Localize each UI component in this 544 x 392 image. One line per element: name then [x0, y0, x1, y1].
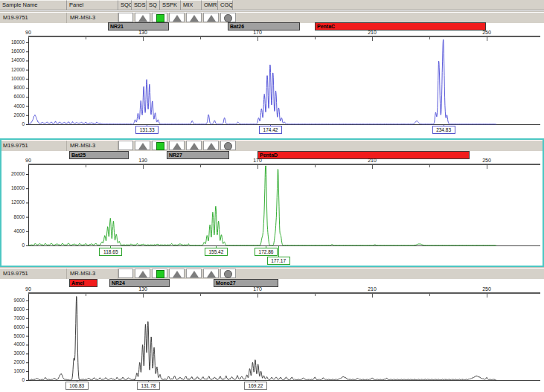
panel-divider	[0, 11, 544, 12]
mix-qc-cell[interactable]	[186, 269, 202, 278]
y-axis-tick-label: 5000	[0, 333, 25, 338]
sq-square-icon	[156, 142, 164, 150]
panel-name-cell: MR-MSI-3	[67, 269, 118, 279]
y-axis-tick-label: 7000	[0, 315, 25, 321]
mix-triangle-icon	[190, 143, 199, 150]
sample-row[interactable]: M19-9751MR-MSI-3	[0, 269, 544, 279]
ruler-number: 250	[478, 158, 496, 163]
sds-triangle-icon	[138, 143, 147, 150]
peak-size-label[interactable]: 106.83	[65, 382, 89, 390]
peak-size-label[interactable]: 174.42	[259, 126, 282, 134]
peak-size-label[interactable]: 172.86	[255, 248, 278, 256]
peak-size-label[interactable]: 155.42	[205, 248, 228, 256]
omr-qc-cell[interactable]	[203, 269, 219, 278]
ruler-number: 210	[363, 30, 381, 35]
ruler-number: 90	[19, 30, 37, 35]
y-axis-tick-label: 8000	[0, 85, 25, 90]
peak-size-label[interactable]: 131.78	[137, 382, 160, 390]
y-axis-tick-label: 18000	[0, 39, 25, 45]
sspk-triangle-icon	[173, 143, 182, 150]
sq-qc-cell[interactable]	[152, 141, 167, 150]
sample-name-cell: M19-9751	[0, 13, 67, 23]
ruler-axis-line	[28, 36, 540, 37]
y-axis-tick-label: 4000	[0, 103, 25, 109]
ruler-number: 210	[363, 158, 381, 163]
sample-name-cell: M19-9751	[0, 269, 67, 279]
sq-square-icon	[156, 14, 164, 22]
cgq-circle-icon	[224, 142, 232, 150]
y-axis-tick-label: 2000	[0, 112, 25, 118]
sample-row[interactable]: M19-9751MR-MSI-3	[0, 141, 544, 151]
sqo-empty-cell[interactable]	[118, 141, 133, 150]
ruler-number: 250	[478, 30, 496, 35]
y-axis-tick-label: 4000	[0, 228, 25, 234]
y-axis-tick-label: 10000	[0, 76, 25, 81]
sq-qc-cell[interactable]	[152, 13, 167, 22]
y-axis-tick-label: 6000	[0, 324, 25, 330]
sq-qc-cell[interactable]	[152, 269, 167, 278]
peak-size-label[interactable]: 177.17	[267, 257, 290, 265]
sample-name-cell: M19-9751	[0, 141, 67, 151]
sds-triangle-icon	[138, 15, 147, 22]
marker-bar-nr27[interactable]: NR27	[167, 151, 229, 159]
omr-qc-cell[interactable]	[203, 13, 219, 22]
peak-size-label[interactable]: 131.33	[135, 126, 159, 134]
electropherogram-panels: M19-9751MR-MSI-3NR21Bat26PentaC901301702…	[0, 0, 544, 392]
mix-qc-cell[interactable]	[186, 141, 202, 150]
peak-size-label[interactable]: 234.83	[432, 126, 455, 134]
sspk-qc-cell[interactable]	[169, 13, 185, 22]
omr-qc-cell[interactable]	[203, 141, 219, 150]
cgq-qc-cell[interactable]	[220, 141, 236, 150]
ruler-number: 130	[134, 30, 152, 35]
sqo-empty-cell[interactable]	[118, 13, 133, 22]
ruler-number: 250	[478, 286, 496, 292]
sds-qc-cell[interactable]	[135, 13, 150, 22]
ruler-number: 210	[363, 286, 381, 292]
peak-size-label[interactable]: 118.65	[99, 248, 122, 256]
marker-bar-mono27[interactable]: Mono27	[214, 279, 278, 287]
omr-triangle-icon	[207, 143, 216, 150]
panel-divider	[0, 267, 544, 268]
y-axis-tick-label: 9000	[0, 298, 25, 303]
signal-trace-blue	[28, 39, 496, 124]
y-axis-tick-label: 8000	[0, 214, 25, 219]
panel-name-cell: MR-MSI-3	[67, 141, 118, 151]
peak-size-label[interactable]: 169.22	[244, 382, 267, 390]
sspk-triangle-icon	[173, 271, 182, 277]
cgq-qc-cell[interactable]	[220, 269, 236, 278]
y-axis-tick-label: 1000	[0, 368, 25, 373]
y-axis-tick-label: 12000	[0, 199, 25, 205]
ruler-number: 170	[249, 30, 266, 35]
cgq-circle-icon	[224, 270, 232, 278]
electropherogram-plot-blue[interactable]	[0, 38, 544, 126]
y-axis-tick-label: 8000	[0, 306, 25, 312]
marker-bar-pentac[interactable]: PentaC	[315, 22, 486, 30]
sds-qc-cell[interactable]	[135, 141, 150, 150]
sds-qc-cell[interactable]	[135, 269, 150, 278]
mix-triangle-icon	[190, 15, 199, 22]
signal-trace-black	[28, 297, 496, 381]
ruler-number: 170	[249, 158, 266, 163]
fragment-analysis-app: Sample NamePanelSQOSDSSQSSPKMIXOMRCGQ M1…	[0, 0, 544, 392]
y-axis-tick-label: 16000	[0, 48, 25, 54]
panel-name-cell: MR-MSI-3	[67, 13, 118, 23]
omr-triangle-icon	[207, 271, 216, 277]
y-axis-tick-label: 6000	[0, 94, 25, 99]
sspk-qc-cell[interactable]	[169, 141, 185, 150]
ruler-number: 170	[249, 286, 266, 292]
sqo-empty-cell[interactable]	[118, 269, 133, 278]
electropherogram-plot-green[interactable]	[0, 165, 544, 248]
mix-qc-cell[interactable]	[186, 13, 202, 22]
sds-triangle-icon	[138, 271, 147, 277]
marker-bar-bat25[interactable]: Bat25	[69, 151, 129, 159]
y-axis-tick-label: 14000	[0, 57, 25, 62]
cgq-circle-icon	[224, 14, 232, 22]
y-axis-tick-label: 0	[0, 121, 25, 126]
marker-bar-amel[interactable]: Amel	[69, 279, 97, 287]
electropherogram-plot-black[interactable]	[0, 295, 544, 382]
ruler-number: 90	[19, 286, 37, 292]
cgq-qc-cell[interactable]	[220, 13, 236, 22]
omr-triangle-icon	[207, 15, 216, 22]
sspk-qc-cell[interactable]	[169, 269, 185, 278]
sample-row[interactable]: M19-9751MR-MSI-3	[0, 13, 544, 23]
